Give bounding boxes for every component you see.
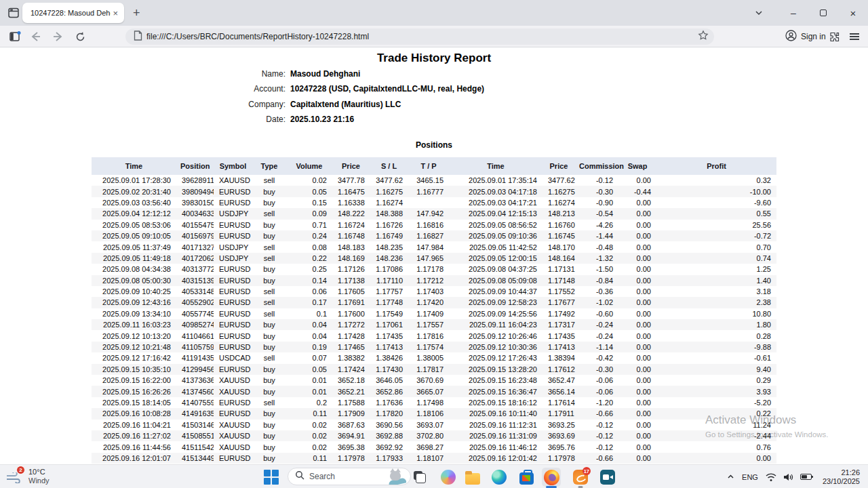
start-icon[interactable] [262,468,281,487]
tray-chevron-up-icon[interactable] [726,472,735,481]
table-row: 2025.09.16 11:27:0241508551XAUUSDbuy0.02… [92,430,776,441]
table-cell: 0.00 [618,352,656,363]
table-cell: 1.16726 [370,220,408,230]
table-cell: 2025.09.16 11:31:09 [449,430,542,441]
table-cell: 2025.09.03 03:56:40 [92,197,176,208]
table-cell: 1.17435 [542,330,575,341]
bookmark-star-icon[interactable] [698,30,709,43]
table-cell: 1.16338 [332,197,370,208]
table-cell: 2025.09.11 16:03:23 [92,319,176,330]
table-cell: -4.26 [575,220,618,230]
table-cell: 2.38 [656,297,776,308]
menu-hamburger-icon[interactable] [848,30,861,43]
language-indicator[interactable]: ENG [742,473,758,481]
tab-list-chevron-icon[interactable] [754,8,764,20]
table-row: 2025.09.05 11:49:1840172062USDJPYsell0.2… [92,253,776,264]
table-cell: 2025.09.05 11:37:49 [92,241,176,252]
file-explorer-icon[interactable] [463,468,482,487]
forward-icon[interactable] [52,30,65,43]
copilot-icon[interactable] [439,468,458,487]
table-cell: 41105759 [176,342,214,352]
task-view-icon[interactable] [410,468,429,487]
table-cell: 2025.09.16 11:12:31 [449,420,542,430]
wifi-icon[interactable] [765,472,777,482]
table-cell: 1.17138 [332,275,370,286]
table-cell: 0.22 [656,408,776,419]
table-cell: 2025.09.08 04:34:38 [92,264,176,274]
edge-icon[interactable] [490,468,509,487]
firefox-icon[interactable] [542,468,561,487]
table-cell: 2025.09.04 12:15:13 [449,208,542,219]
table-cell: 1.17420 [408,297,449,308]
table-cell: XAUUSD [214,420,252,430]
table-cell: 41299456 [176,364,214,375]
table-cell: 2025.09.09 13:34:10 [92,308,176,319]
table-cell: 3652.86 [370,386,408,396]
minimize-icon[interactable]: – [778,0,808,26]
table-cell: 0.00 [618,453,656,464]
table-cell: 2025.09.05 09:10:36 [449,230,542,241]
sidebar-icon[interactable] [8,30,22,43]
store-icon[interactable] [517,468,536,487]
battery-icon[interactable] [799,474,813,480]
firefox-view-icon[interactable] [7,6,20,20]
table-cell: -0.90 [575,197,618,208]
table-cell: -0.54 [575,208,618,219]
search-placeholder: Search [309,472,383,481]
table-cell: 148.164 [542,253,575,264]
table-cell: 2025.09.16 10:11:40 [449,408,542,419]
table-row: 2025.09.03 03:56:4039830150EURUSDbuy0.15… [92,197,776,208]
table-cell: sell [252,286,286,297]
table-cell: 1.17817 [408,364,449,375]
sign-in-button[interactable]: Sign in [780,29,831,44]
weather-widget[interactable]: 2 10°C Windy [4,466,85,488]
table-cell: buy [252,342,286,352]
table-cell: 1.16274 [370,197,408,208]
extensions-puzzle-icon[interactable] [827,30,841,43]
speaker-icon[interactable] [783,472,793,482]
table-cell: 0.02 [286,420,332,430]
table-cell: 2025.09.16 11:46:12 [449,441,542,452]
tab-strip: 10247228: Masoud Dehghani - Trad × + – × [0,0,868,26]
table-cell: EURUSD [214,275,252,286]
table-cell: 0.00 [618,408,656,419]
tab-close-icon[interactable]: × [111,9,120,18]
reload-icon[interactable] [73,30,87,43]
table-cell: -1.14 [575,342,618,352]
table-cell: 40313772 [176,264,214,274]
table-cell: buy [252,275,286,286]
table-row: 2025.09.08 04:34:3840313772EURUSDbuy0.25… [92,264,776,274]
restore-icon[interactable] [808,0,838,26]
table-cell: buy [252,408,286,419]
url-bar[interactable]: file:///C:/Users/BRC/Documents/ReportHis… [125,28,714,45]
table-cell: 2025.09.03 04:17:18 [449,186,542,197]
table-cell [408,197,449,208]
media-app-icon[interactable] [598,468,617,487]
table-row: 2025.09.16 11:04:2141503146XAUUSDbuy0.02… [92,420,776,430]
back-icon[interactable] [28,30,42,43]
table-cell: 1.17574 [408,342,449,352]
report-page: Trade History Report Name: Masoud Dehgha… [0,47,868,464]
close-icon[interactable]: × [838,0,868,26]
taskbar-clock[interactable]: 21:26 23/10/2025 [823,468,860,486]
info-label: Date: [266,115,285,124]
table-cell: -0.42 [575,352,618,363]
table-cell: 148.388 [370,208,408,219]
tab-title: 10247228: Masoud Dehghani - Trad [31,9,111,17]
table-cell: 2025.09.01 17:35:14 [449,175,542,186]
table-cell: 40156979 [176,230,214,241]
download-manager-icon[interactable]: 17 [571,468,590,487]
table-cell: buy [252,264,286,274]
table-cell: 41511542 [176,441,214,452]
table-cell: 1.16475 [332,186,370,197]
info-label: Company: [248,100,285,109]
table-cell: 2025.09.16 11:27:02 [92,430,176,441]
table-cell: 0.11 [286,453,332,464]
search-input[interactable]: Search [288,468,411,485]
browser-tab[interactable]: 10247228: Masoud Dehghani - Trad × [22,3,124,23]
table-row: 2025.09.15 16:22:0041373636XAUUSDbuy0.01… [92,375,776,386]
new-tab-button[interactable]: + [133,5,140,20]
column-header: S / L [370,157,408,175]
table-cell: 3670.69 [408,375,449,386]
table-cell: 2025.09.12 17:16:42 [92,352,176,363]
